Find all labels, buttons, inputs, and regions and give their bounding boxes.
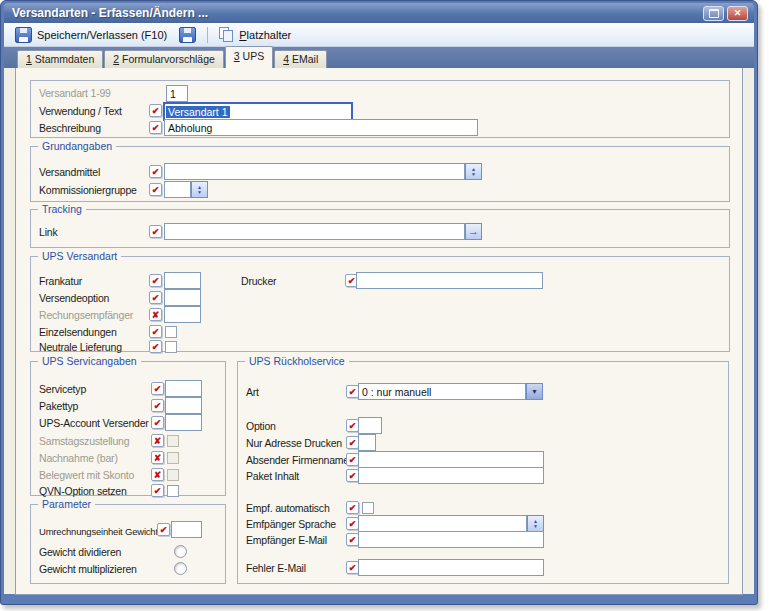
dialog-window: Versandarten - Erfassen/Ändern ... ✕ Spe… xyxy=(0,0,758,605)
nur-adresse-input[interactable] xyxy=(358,434,376,451)
cross-toggle-icon[interactable]: ✘ xyxy=(151,434,164,447)
window-title: Versandarten - Erfassen/Ändern ... xyxy=(4,6,208,20)
spinner-button[interactable]: ▲▼ xyxy=(527,515,544,532)
spinner-button[interactable]: ▲▼ xyxy=(191,181,208,198)
empf-sprache-input[interactable] xyxy=(358,515,527,532)
field-label-versendeoption: Versendeoption xyxy=(39,292,109,305)
go-link-button[interactable]: → xyxy=(465,223,482,240)
section-tracking: Tracking Link ✔ → xyxy=(30,209,730,248)
field-label-ups-account: UPS-Account Versender xyxy=(39,417,149,430)
check-toggle-icon[interactable]: ✔ xyxy=(149,165,162,178)
versandart-nr-input[interactable]: 1 xyxy=(166,85,188,102)
frankatur-input[interactable] xyxy=(164,272,201,289)
field-label-belegwert: Belegwert mit Skonto xyxy=(39,469,134,482)
section-title: Grundangaben xyxy=(38,139,116,153)
check-toggle-icon[interactable]: ✔ xyxy=(149,340,162,353)
field-label-dividieren: Gewicht dividieren xyxy=(39,546,121,559)
check-toggle-icon[interactable]: ✔ xyxy=(151,484,164,497)
cross-toggle-icon[interactable]: ✘ xyxy=(151,468,164,481)
close-button[interactable]: ✕ xyxy=(727,6,748,21)
check-toggle-icon[interactable]: ✔ xyxy=(149,274,162,287)
empf-auto-checkbox[interactable] xyxy=(362,502,374,514)
field-label-versandmittel: Versandmittel xyxy=(39,166,100,179)
ups-account-input[interactable] xyxy=(165,414,202,431)
tab-stammdaten[interactable]: 1 Stammdaten xyxy=(17,50,103,68)
check-toggle-icon[interactable]: ✔ xyxy=(157,523,170,536)
qvn-checkbox[interactable] xyxy=(167,485,179,497)
einzelsendungen-checkbox[interactable] xyxy=(165,326,177,338)
field-label-beschreibung: Beschreibung xyxy=(39,122,101,135)
save-exit-button[interactable]: Speichern/Verlassen (F10) xyxy=(9,25,173,45)
fehler-email-input[interactable] xyxy=(358,559,544,576)
field-label-drucker: Drucker xyxy=(241,275,276,288)
rechnungsempfaenger-input[interactable] xyxy=(164,306,201,323)
toolbar: Speichern/Verlassen (F10) Platzhalter xyxy=(4,23,754,47)
spin-down-icon: ▼ xyxy=(533,524,538,529)
check-toggle-icon[interactable]: ✔ xyxy=(149,325,162,338)
close-icon: ✕ xyxy=(734,9,742,18)
absender-input[interactable] xyxy=(358,451,544,468)
multiplizieren-radio[interactable] xyxy=(174,562,187,575)
empf-email-input[interactable] xyxy=(358,531,544,548)
nachnahme-checkbox[interactable] xyxy=(167,452,179,464)
check-toggle-icon[interactable]: ✔ xyxy=(149,291,162,304)
check-toggle-icon[interactable]: ✔ xyxy=(346,501,359,514)
tab-page-ups: Versandart 1-99 1 Verwendung / Text ✔ Ve… xyxy=(15,67,743,595)
field-label-kommissioniergruppe: Kommissioniergruppe xyxy=(39,184,137,197)
versandmittel-input[interactable] xyxy=(164,163,465,180)
field-label-paket-inhalt: Paket Inhalt xyxy=(246,470,299,483)
restore-button[interactable] xyxy=(703,6,724,21)
art-dropdown-button[interactable]: ▼ xyxy=(526,383,543,400)
tab-ups[interactable]: 3 UPS xyxy=(225,46,273,68)
section-title: UPS Versandart xyxy=(38,249,121,263)
paket-inhalt-input[interactable] xyxy=(358,467,544,484)
save-button[interactable] xyxy=(173,25,202,45)
go-arrow-icon: → xyxy=(468,225,479,237)
kommissioniergruppe-input[interactable] xyxy=(164,181,191,198)
link-input[interactable] xyxy=(164,223,465,240)
dividieren-radio[interactable] xyxy=(174,545,187,558)
field-label-servicetyp: Servicetyp xyxy=(39,383,86,396)
spinner-button[interactable]: ▲▼ xyxy=(465,163,482,180)
chevron-down-icon: ▼ xyxy=(531,388,538,395)
check-toggle-icon[interactable]: ✔ xyxy=(151,382,164,395)
save-exit-label: Speichern/Verlassen (F10) xyxy=(37,29,167,41)
drucker-input[interactable] xyxy=(356,272,543,289)
check-toggle-icon[interactable]: ✔ xyxy=(149,225,162,238)
field-label-multiplizieren: Gewicht multiplizieren xyxy=(39,563,137,576)
servicetyp-input[interactable] xyxy=(165,380,202,397)
art-select[interactable]: 0 : nur manuell xyxy=(358,383,526,400)
check-toggle-icon[interactable]: ✔ xyxy=(151,416,164,429)
check-toggle-icon[interactable]: ✔ xyxy=(149,183,162,196)
field-label-nachnahme: Nachnahme (bar) xyxy=(39,452,118,465)
neutrale-lieferung-checkbox[interactable] xyxy=(165,341,177,353)
field-label-empf-sprache: Emfpänger Sprache xyxy=(246,518,336,531)
section-ups-rueckholservice: UPS Rückholservice Art ✔ 0 : nur manuell… xyxy=(237,361,729,584)
tab-email[interactable]: 4 EMail xyxy=(274,50,327,68)
pakettyp-input[interactable] xyxy=(165,397,202,414)
tab-formularvorschlaege[interactable]: 2 Formularvorschläge xyxy=(104,50,224,68)
check-toggle-icon[interactable]: ✔ xyxy=(151,399,164,412)
field-label-rechnungsempfaenger: Rechungsempfänger xyxy=(39,309,133,322)
beschreibung-input[interactable]: Abholung xyxy=(164,119,478,136)
field-label-link: Link xyxy=(39,226,57,239)
belegwert-checkbox[interactable] xyxy=(167,469,179,481)
section-title: Parameter xyxy=(38,497,95,511)
field-label-verwendung: Verwendung / Text xyxy=(39,105,122,118)
samstagszustellung-checkbox[interactable] xyxy=(167,435,179,447)
field-label-art: Art xyxy=(246,386,259,399)
field-label-neutrale-lieferung: Neutrale Lieferung xyxy=(39,341,122,354)
cross-toggle-icon[interactable]: ✘ xyxy=(151,451,164,464)
check-toggle-icon[interactable]: ✔ xyxy=(149,121,162,134)
platzhalter-button[interactable]: Platzhalter xyxy=(213,25,297,44)
field-label-fehler-email: Fehler E-Mail xyxy=(246,562,306,575)
spin-down-icon: ▼ xyxy=(471,172,476,177)
cross-toggle-icon[interactable]: ✘ xyxy=(149,308,162,321)
title-bar[interactable]: Versandarten - Erfassen/Ändern ... ✕ xyxy=(4,3,754,23)
versendeoption-input[interactable] xyxy=(164,289,201,306)
field-label-empf-auto: Empf. automatisch xyxy=(246,502,330,515)
umrechnung-input[interactable] xyxy=(171,521,202,538)
check-toggle-icon[interactable]: ✔ xyxy=(149,104,162,117)
field-label-empf-email: Empfänger E-Mail xyxy=(246,534,327,547)
option-input[interactable] xyxy=(358,417,382,434)
